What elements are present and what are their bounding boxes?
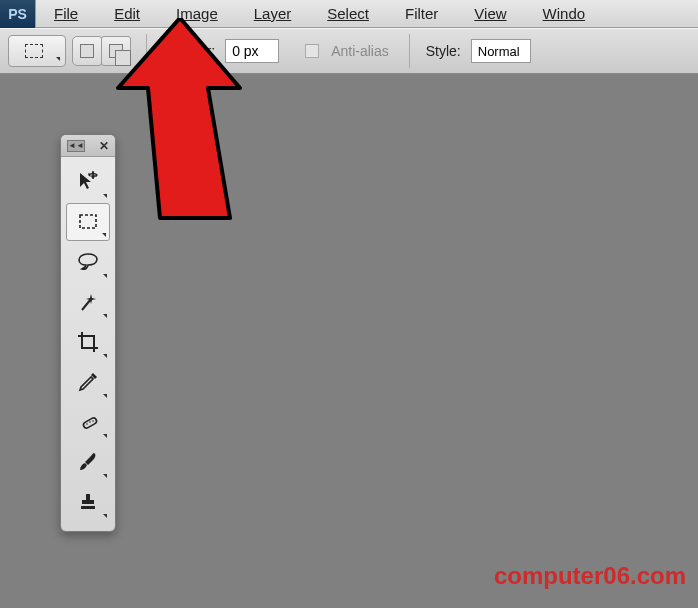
- svg-marker-1: [91, 177, 95, 180]
- menu-file[interactable]: File: [36, 0, 96, 28]
- menu-window[interactable]: Windo: [525, 0, 604, 28]
- submenu-icon: [103, 434, 107, 438]
- tool-list: [61, 157, 115, 531]
- feather-input[interactable]: [225, 39, 279, 63]
- menu-layer[interactable]: Layer: [236, 0, 310, 28]
- tool-move[interactable]: [66, 163, 110, 201]
- style-value: Normal: [478, 44, 520, 59]
- selection-new-button[interactable]: [72, 36, 102, 66]
- submenu-icon: [103, 194, 107, 198]
- svg-marker-0: [91, 171, 95, 174]
- selection-new-icon: [80, 44, 94, 58]
- submenu-icon: [103, 354, 107, 358]
- stamp-icon: [76, 490, 100, 514]
- svg-point-8: [89, 421, 91, 423]
- antialias-checkbox: [305, 44, 319, 58]
- crop-icon: [76, 330, 100, 354]
- submenu-icon: [103, 314, 107, 318]
- menu-bar: PS File Edit Image Layer Select Filter V…: [0, 0, 698, 28]
- svg-rect-10: [81, 506, 95, 509]
- tool-marquee[interactable]: [66, 203, 110, 241]
- app-badge: PS: [0, 0, 36, 28]
- svg-point-9: [92, 420, 94, 422]
- close-icon[interactable]: ✕: [99, 139, 109, 153]
- tool-crop[interactable]: [66, 323, 110, 361]
- watermark: computer06.com: [494, 562, 686, 590]
- menu-edit[interactable]: Edit: [96, 0, 158, 28]
- antialias-label: Anti-alias: [331, 43, 389, 59]
- tool-lasso[interactable]: [66, 243, 110, 281]
- selection-add-button[interactable]: [101, 36, 131, 66]
- submenu-icon: [103, 474, 107, 478]
- tool-preset-picker[interactable]: [8, 35, 66, 67]
- collapse-icon[interactable]: ◄◄: [67, 140, 85, 152]
- submenu-icon: [102, 233, 106, 237]
- divider: [146, 34, 147, 68]
- tool-brush[interactable]: [66, 443, 110, 481]
- healing-icon: [76, 410, 100, 434]
- tool-stamp[interactable]: [66, 483, 110, 521]
- svg-rect-6: [82, 417, 97, 429]
- submenu-icon: [103, 514, 107, 518]
- wand-icon: [76, 290, 100, 314]
- tool-palette: ◄◄ ✕: [60, 134, 116, 532]
- style-select[interactable]: Normal: [471, 39, 531, 63]
- selection-add-icon: [109, 44, 123, 58]
- svg-line-5: [82, 299, 91, 310]
- menu-filter[interactable]: Filter: [387, 0, 456, 28]
- eyedropper-icon: [76, 370, 100, 394]
- palette-header[interactable]: ◄◄ ✕: [61, 135, 115, 157]
- marquee-icon: [25, 44, 43, 58]
- options-bar: Feather: Anti-alias Style: Normal: [0, 28, 698, 74]
- style-label: Style:: [426, 43, 461, 59]
- feather-label: Feather:: [163, 43, 215, 59]
- tool-healing[interactable]: [66, 403, 110, 441]
- menu-select[interactable]: Select: [309, 0, 387, 28]
- brush-icon: [76, 450, 100, 474]
- menu-view[interactable]: View: [456, 0, 524, 28]
- submenu-icon: [103, 274, 107, 278]
- lasso-icon: [76, 250, 100, 274]
- move-icon: [76, 170, 100, 194]
- svg-rect-4: [80, 215, 96, 228]
- tool-eyedropper[interactable]: [66, 363, 110, 401]
- marquee-icon: [76, 210, 100, 234]
- tool-wand[interactable]: [66, 283, 110, 321]
- menu-image[interactable]: Image: [158, 0, 236, 28]
- divider: [409, 34, 410, 68]
- chevron-down-icon: [56, 57, 60, 61]
- submenu-icon: [103, 394, 107, 398]
- selection-mode-group: [72, 36, 130, 66]
- svg-point-7: [86, 423, 88, 425]
